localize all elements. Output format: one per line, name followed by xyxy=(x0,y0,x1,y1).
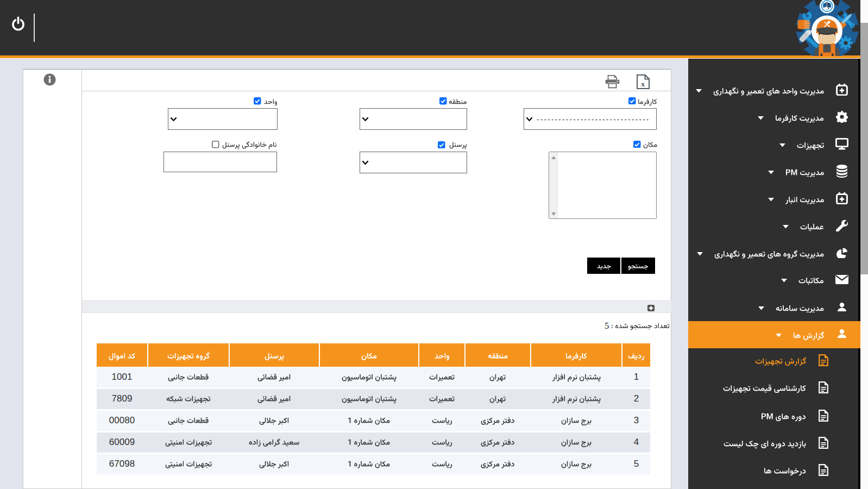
svg-text:x: x xyxy=(641,80,645,88)
